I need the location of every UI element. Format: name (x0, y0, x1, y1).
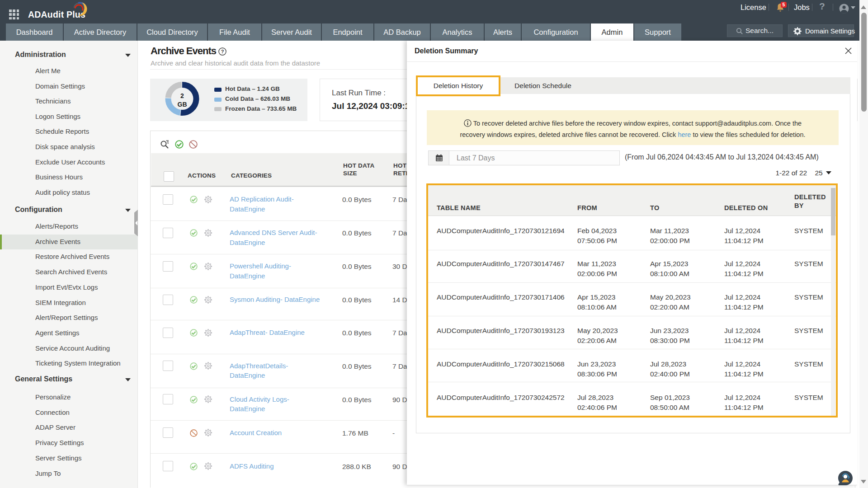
svg-text:?: ? (221, 49, 224, 54)
